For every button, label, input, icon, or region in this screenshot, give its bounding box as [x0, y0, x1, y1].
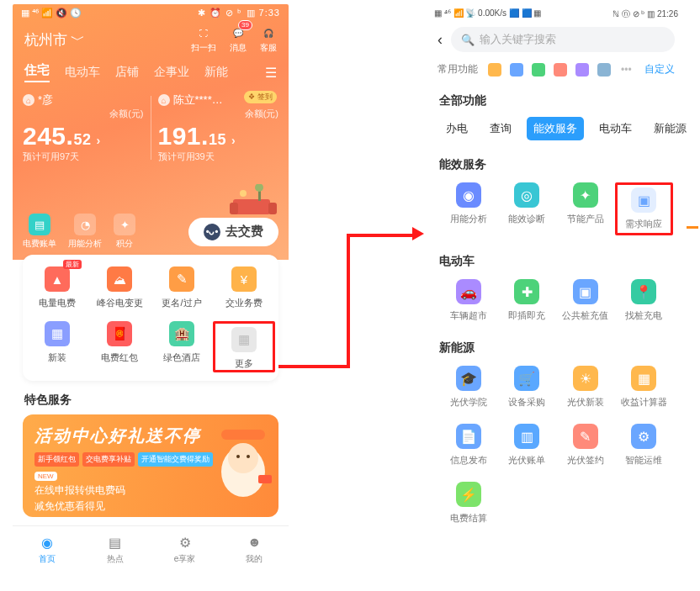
section-title: 能效服务: [426, 149, 687, 177]
function-item-峰谷电变更[interactable]: ⛰峰谷电变更: [88, 266, 151, 309]
estimate-label: 预计可用39天: [158, 150, 279, 163]
用能分析-icon: ◔: [74, 214, 96, 235]
filter-tab[interactable]: 能效服务: [527, 117, 584, 140]
phone-home: ▦ ⁴⁶ 📶 🔇 🕓 ✱ ⏰ ⊘ ᵇ ▥ 7:33 杭州市 ﹀ ⛶扫一扫💬消息🎧…: [13, 4, 289, 584]
光伏新装-icon: ☀: [573, 366, 598, 391]
location-picker[interactable]: 杭州市 ﹀: [24, 30, 85, 50]
mini-icon[interactable]: [532, 63, 545, 77]
nav-我的[interactable]: ☻我的: [245, 533, 263, 565]
即插即充-icon: ✚: [514, 279, 539, 304]
header-action[interactable]: ⛶扫一扫: [191, 25, 216, 54]
信息发布-icon: 📄: [456, 424, 481, 449]
function-item-光伏学院[interactable]: 🎓光伏学院: [439, 366, 498, 409]
filter-tab[interactable]: 查询: [483, 117, 518, 140]
function-label: 更名/过户: [162, 297, 201, 309]
quick-action[interactable]: ◔用能分析: [68, 214, 102, 250]
nav-热点[interactable]: ▤热点: [106, 533, 125, 565]
filter-tab[interactable]: 新能源: [647, 117, 687, 140]
quick-action[interactable]: ▤电费账单: [23, 214, 56, 250]
back-button[interactable]: ‹: [438, 31, 443, 49]
account-card[interactable]: ❖ 签到⌂陈立****… 余额(元) 191.15› 预计可用39天: [158, 92, 279, 163]
function-item-用能分析[interactable]: ◉用能分析: [439, 182, 498, 235]
svg-point-5: [240, 190, 247, 197]
promo-banner[interactable]: 活动中心好礼送不停 新手领红包 交电费享补贴 开通智能交费得奖励 NEW 在线申…: [23, 414, 278, 517]
function-item-电费结算[interactable]: ⚡电费结算: [439, 482, 498, 525]
svg-rect-0: [233, 199, 270, 214]
mini-icon[interactable]: [488, 63, 501, 77]
category-tab[interactable]: 新能: [204, 65, 228, 80]
function-item-公共桩充值[interactable]: ▣公共桩充值: [556, 279, 615, 322]
search-input[interactable]: 🔍 输入关键字搜索: [451, 27, 675, 52]
function-item-即插即充[interactable]: ✚即插即充: [498, 279, 557, 322]
交业务费-icon: ¥: [231, 266, 257, 292]
category-tab[interactable]: 企事业: [154, 65, 189, 80]
svg-rect-10: [221, 430, 265, 440]
function-label: 公共桩充值: [562, 309, 608, 322]
function-item-车辆超市[interactable]: 🚗车辆超市: [439, 279, 498, 322]
function-item-需求响应[interactable]: ▣需求响应: [615, 182, 674, 235]
quick-label: 积分: [116, 238, 133, 250]
function-label: 设备采购: [508, 396, 545, 409]
category-tab[interactable]: 电动车: [65, 65, 100, 80]
function-item-电量电费[interactable]: 最新▲电量电费: [26, 266, 88, 309]
quick-action[interactable]: ✦积分: [114, 214, 135, 250]
promo-pill: 新手领红包: [34, 452, 79, 467]
function-label: 电费红包: [101, 351, 138, 364]
function-item-电费红包[interactable]: 🧧电费红包: [88, 321, 151, 372]
积分-icon: ✦: [114, 214, 135, 235]
header-action[interactable]: 🎧客服: [260, 25, 277, 54]
mini-icon[interactable]: [554, 63, 567, 77]
nav-label: 我的: [246, 553, 262, 565]
header-action[interactable]: 💬消息: [230, 25, 247, 54]
mini-icon[interactable]: [597, 63, 611, 77]
mascot-illustration: [213, 430, 273, 505]
function-label: 电费结算: [450, 512, 487, 525]
function-label: 用能分析: [450, 213, 487, 225]
filter-tab[interactable]: 办电: [439, 117, 475, 140]
pay-button[interactable]: •ᴗ•去交费: [188, 218, 278, 246]
nav-首页[interactable]: ◉首页: [38, 533, 56, 565]
function-item-绿色酒店[interactable]: 🏨绿色酒店: [151, 321, 213, 372]
more-dots: •••: [621, 64, 632, 76]
function-item-更名/过户[interactable]: ✎更名/过户: [151, 266, 213, 309]
search-placeholder: 输入关键字搜索: [480, 32, 556, 47]
signin-badge[interactable]: ❖ 签到: [244, 91, 277, 103]
mini-icon[interactable]: [510, 63, 523, 77]
function-label: 找桩充电: [625, 309, 662, 322]
需求响应-icon: ▣: [631, 187, 656, 213]
电费账单-icon: ▤: [29, 214, 50, 235]
function-item-能效诊断[interactable]: ◎能效诊断: [498, 182, 557, 235]
category-tab[interactable]: 住宅: [24, 62, 50, 82]
function-label: 绿色酒店: [163, 351, 200, 364]
function-item-收益计算器[interactable]: ▦收益计算器: [615, 366, 674, 409]
function-item-节能产品[interactable]: ✦节能产品: [556, 182, 615, 235]
function-label: 节能产品: [567, 213, 604, 225]
connector-line: [687, 226, 698, 229]
customize-link[interactable]: 自定义: [644, 62, 675, 77]
icon-label: 客服: [260, 42, 277, 54]
category-tab[interactable]: 店铺: [115, 65, 139, 80]
filter-tab[interactable]: 电动车: [592, 117, 639, 140]
nav-icon: ▤: [106, 533, 125, 551]
function-item-交业务费[interactable]: ¥交业务费: [213, 266, 275, 309]
nav-e享家[interactable]: ⚙e享家: [174, 533, 196, 565]
function-label: 即插即充: [508, 309, 545, 322]
消息-icon: 💬: [231, 25, 246, 40]
account-card[interactable]: ⌂*彦 余额(元) 245.52› 预计可用97天: [23, 92, 144, 163]
menu-icon[interactable]: ☰: [265, 65, 277, 81]
function-item-光伏新装[interactable]: ☀光伏新装: [556, 366, 615, 409]
home-header: ▦ ⁴⁶ 📶 🔇 🕓 ✱ ⏰ ⊘ ᵇ ▥ 7:33 杭州市 ﹀ ⛶扫一扫💬消息🎧…: [13, 4, 289, 260]
section-title: 新能源: [426, 332, 687, 361]
function-item-新装[interactable]: ▦新装: [26, 321, 88, 372]
function-item-信息发布[interactable]: 📄信息发布: [439, 424, 498, 467]
function-item-光伏账单[interactable]: ▥光伏账单: [498, 424, 557, 467]
function-item-智能运维[interactable]: ⚙智能运维: [615, 424, 674, 467]
function-item-设备采购[interactable]: 🛒设备采购: [498, 366, 557, 409]
function-item-更多[interactable]: ▦更多: [213, 321, 275, 372]
chevron-right-icon: ›: [231, 134, 236, 147]
function-item-光伏签约[interactable]: ✎光伏签约: [556, 424, 615, 467]
function-label: 光伏学院: [450, 396, 487, 409]
mini-icon[interactable]: [575, 63, 589, 77]
设备采购-icon: 🛒: [514, 366, 539, 391]
function-item-找桩充电[interactable]: 📍找桩充电: [615, 279, 674, 322]
